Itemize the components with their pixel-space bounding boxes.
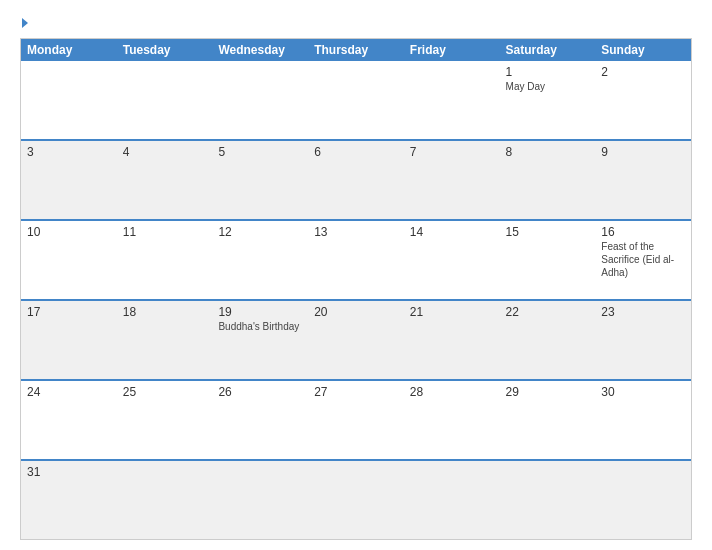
calendar-cell: 1May Day [500, 61, 596, 139]
calendar-row: 31 [21, 459, 691, 539]
calendar-cell [212, 461, 308, 539]
calendar-cell: 20 [308, 301, 404, 379]
calendar-cell: 27 [308, 381, 404, 459]
date-number: 18 [123, 305, 207, 319]
calendar-row: 24252627282930 [21, 379, 691, 459]
date-number: 23 [601, 305, 685, 319]
date-number: 9 [601, 145, 685, 159]
date-number: 21 [410, 305, 494, 319]
calendar-cell: 4 [117, 141, 213, 219]
date-number: 15 [506, 225, 590, 239]
calendar-cell: 29 [500, 381, 596, 459]
calendar-cell: 21 [404, 301, 500, 379]
date-number: 6 [314, 145, 398, 159]
event-label: Buddha's Birthday [218, 320, 302, 333]
calendar-cell: 31 [21, 461, 117, 539]
calendar-cell: 8 [500, 141, 596, 219]
calendar-row: 3456789 [21, 139, 691, 219]
date-number: 16 [601, 225, 685, 239]
date-number: 4 [123, 145, 207, 159]
calendar-cell [117, 61, 213, 139]
calendar-cell: 6 [308, 141, 404, 219]
date-number: 25 [123, 385, 207, 399]
calendar-cell [404, 461, 500, 539]
calendar-cell: 26 [212, 381, 308, 459]
calendar-cell: 23 [595, 301, 691, 379]
weekday-header: Thursday [308, 39, 404, 61]
calendar-cell: 30 [595, 381, 691, 459]
calendar-cell: 10 [21, 221, 117, 299]
page-header [20, 18, 692, 28]
calendar-cell [117, 461, 213, 539]
weekday-header: Monday [21, 39, 117, 61]
date-number: 8 [506, 145, 590, 159]
calendar-row: 171819Buddha's Birthday20212223 [21, 299, 691, 379]
logo [20, 18, 28, 28]
date-number: 1 [506, 65, 590, 79]
calendar-cell: 13 [308, 221, 404, 299]
calendar-cell: 14 [404, 221, 500, 299]
date-number: 14 [410, 225, 494, 239]
date-number: 31 [27, 465, 111, 479]
calendar-cell: 28 [404, 381, 500, 459]
calendar-cell: 7 [404, 141, 500, 219]
weekday-header: Tuesday [117, 39, 213, 61]
calendar-cell: 15 [500, 221, 596, 299]
weekday-header: Wednesday [212, 39, 308, 61]
calendar-cell: 16Feast of the Sacrifice (Eid al-Adha) [595, 221, 691, 299]
calendar-page: MondayTuesdayWednesdayThursdayFridaySatu… [0, 0, 712, 550]
date-number: 30 [601, 385, 685, 399]
calendar-cell: 12 [212, 221, 308, 299]
calendar-cell: 2 [595, 61, 691, 139]
event-label: May Day [506, 80, 590, 93]
weekday-header: Friday [404, 39, 500, 61]
date-number: 3 [27, 145, 111, 159]
calendar-cell: 3 [21, 141, 117, 219]
date-number: 22 [506, 305, 590, 319]
calendar-cell: 24 [21, 381, 117, 459]
weekday-header: Sunday [595, 39, 691, 61]
calendar-grid: MondayTuesdayWednesdayThursdayFridaySatu… [20, 38, 692, 540]
date-number: 19 [218, 305, 302, 319]
calendar-row: 10111213141516Feast of the Sacrifice (Ei… [21, 219, 691, 299]
calendar-cell [308, 461, 404, 539]
date-number: 2 [601, 65, 685, 79]
date-number: 29 [506, 385, 590, 399]
calendar-cell: 19Buddha's Birthday [212, 301, 308, 379]
calendar-cell [500, 461, 596, 539]
date-number: 26 [218, 385, 302, 399]
logo-triangle-icon [22, 18, 28, 28]
calendar-header-row: MondayTuesdayWednesdayThursdayFridaySatu… [21, 39, 691, 61]
calendar-cell [404, 61, 500, 139]
calendar-cell: 25 [117, 381, 213, 459]
date-number: 28 [410, 385, 494, 399]
calendar-cell [308, 61, 404, 139]
date-number: 27 [314, 385, 398, 399]
calendar-cell [21, 61, 117, 139]
calendar-cell [595, 461, 691, 539]
weekday-header: Saturday [500, 39, 596, 61]
event-label: Feast of the Sacrifice (Eid al-Adha) [601, 240, 685, 279]
date-number: 17 [27, 305, 111, 319]
date-number: 20 [314, 305, 398, 319]
date-number: 13 [314, 225, 398, 239]
logo-blue-text [20, 18, 28, 28]
date-number: 24 [27, 385, 111, 399]
calendar-cell [212, 61, 308, 139]
date-number: 10 [27, 225, 111, 239]
calendar-cell: 22 [500, 301, 596, 379]
calendar-cell: 17 [21, 301, 117, 379]
calendar-cell: 18 [117, 301, 213, 379]
calendar-row: 1May Day2 [21, 61, 691, 139]
calendar-body: 1May Day2345678910111213141516Feast of t… [21, 61, 691, 539]
calendar-cell: 11 [117, 221, 213, 299]
date-number: 11 [123, 225, 207, 239]
calendar-cell: 9 [595, 141, 691, 219]
date-number: 7 [410, 145, 494, 159]
date-number: 12 [218, 225, 302, 239]
calendar-cell: 5 [212, 141, 308, 219]
date-number: 5 [218, 145, 302, 159]
